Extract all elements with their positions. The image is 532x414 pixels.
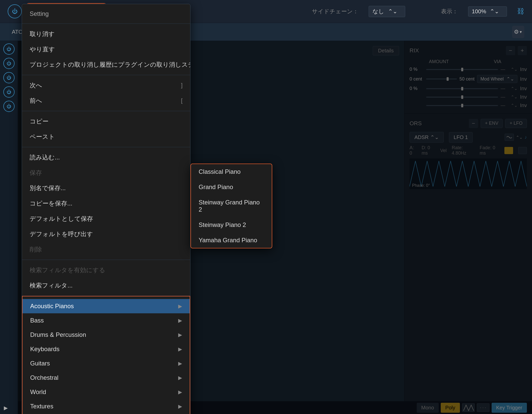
menu-section-saveload: 読み込む... 保存 別名で保存... コピーを保存... デフォルトとして保存… bbox=[22, 147, 190, 260]
next-shortcut: ] bbox=[181, 82, 183, 89]
menu-item-orchestral[interactable]: Orchestral ▶ bbox=[22, 371, 190, 385]
menu-item-redo[interactable]: やり直す bbox=[22, 42, 190, 57]
menu-item-delete: 削除 bbox=[22, 242, 190, 257]
orchestral-arrow: ▶ bbox=[178, 375, 182, 381]
submenu-item-classical-piano[interactable]: Classical Piano bbox=[191, 164, 272, 179]
menu-item-save-default[interactable]: デフォルトとして保存 bbox=[22, 211, 190, 226]
menu-section-nextprev: 次へ ] 前へ [ bbox=[22, 75, 190, 111]
submenu-item-steinway-piano-2[interactable]: Steinway Piano 2 bbox=[191, 217, 272, 233]
dropdown-overlay: Setting 取り消す やり直す プロジェクトの取り消し履歴にプラグインの取り… bbox=[0, 0, 532, 414]
menu-item-acoustic-pianos[interactable]: Acoustic Pianos ▶ bbox=[22, 299, 190, 313]
acoustic-pianos-arrow: ▶ bbox=[178, 303, 182, 309]
bass-arrow: ▶ bbox=[178, 317, 182, 324]
prev-shortcut: [ bbox=[181, 97, 183, 104]
menu-section-undoredo: 取り消す やり直す プロジェクトの取り消し履歴にプラグインの取り消しステップを含… bbox=[22, 24, 190, 75]
submenu-item-yamaha-grand[interactable]: Yamaha Grand Piano bbox=[191, 233, 272, 248]
menu-item-save-as[interactable]: 別名で保存... bbox=[22, 180, 190, 196]
menu-item-world[interactable]: World ▶ bbox=[22, 385, 190, 399]
menu-item-keyboards[interactable]: Keyboards ▶ bbox=[22, 342, 190, 356]
menu-item-textures[interactable]: Textures ▶ bbox=[22, 399, 190, 413]
menu-item-drums[interactable]: Drums & Percussion ▶ bbox=[22, 328, 190, 342]
submenu-item-grand-piano[interactable]: Grand Piano bbox=[191, 179, 272, 195]
menu-item-recall-default[interactable]: デフォルトを呼び出す bbox=[22, 226, 190, 242]
menu-item-copy[interactable]: コピー bbox=[22, 114, 190, 129]
main-dropdown-menu: Setting 取り消す やり直す プロジェクトの取り消し履歴にプラグインの取り… bbox=[22, 4, 190, 414]
menu-item-project-undo[interactable]: プロジェクトの取り消し履歴にプラグインの取り消しステップを含める bbox=[22, 57, 190, 72]
menu-item-undo[interactable]: 取り消す bbox=[22, 26, 190, 42]
menu-item-enable-filter: 検索フィルタを有効にする bbox=[22, 262, 190, 278]
keyboards-arrow: ▶ bbox=[178, 346, 182, 352]
app-container: ⏻ ユーザデフォルト ⌄ サイドチェーン： なし ⌃⌄ 表示： 100% ⌃⌄ … bbox=[0, 0, 532, 414]
guitars-arrow: ▶ bbox=[178, 360, 182, 366]
menu-item-next[interactable]: 次へ ] bbox=[22, 78, 190, 93]
menu-item-bass[interactable]: Bass ▶ bbox=[22, 313, 190, 328]
menu-item-guitars[interactable]: Guitars ▶ bbox=[22, 356, 190, 371]
drums-arrow: ▶ bbox=[178, 332, 182, 338]
menu-item-prev[interactable]: 前へ [ bbox=[22, 93, 190, 108]
menu-section-copypaste: コピー ペースト bbox=[22, 111, 190, 147]
menu-item-save-copy[interactable]: コピーを保存... bbox=[22, 196, 190, 211]
menu-item-save: 保存 bbox=[22, 165, 190, 180]
menu-item-filter[interactable]: 検索フィルタ... bbox=[22, 278, 190, 293]
menu-section-setting: Setting bbox=[22, 4, 190, 24]
menu-item-load[interactable]: 読み込む... bbox=[22, 150, 190, 165]
menu-section-categories: Acoustic Pianos ▶ Bass ▶ Drums & Percuss… bbox=[22, 296, 190, 414]
world-arrow: ▶ bbox=[178, 389, 182, 395]
acoustic-pianos-submenu: Classical Piano Grand Piano Steinway Gra… bbox=[190, 164, 272, 248]
menu-item-paste[interactable]: ペースト bbox=[22, 129, 190, 144]
textures-arrow: ▶ bbox=[178, 403, 182, 409]
menu-item-setting: Setting bbox=[22, 7, 190, 21]
submenu-item-steinway-grand-2[interactable]: Steinway Grand Piano 2 bbox=[191, 195, 272, 217]
menu-section-search: 検索フィルタを有効にする 検索フィルタ... bbox=[22, 260, 190, 296]
